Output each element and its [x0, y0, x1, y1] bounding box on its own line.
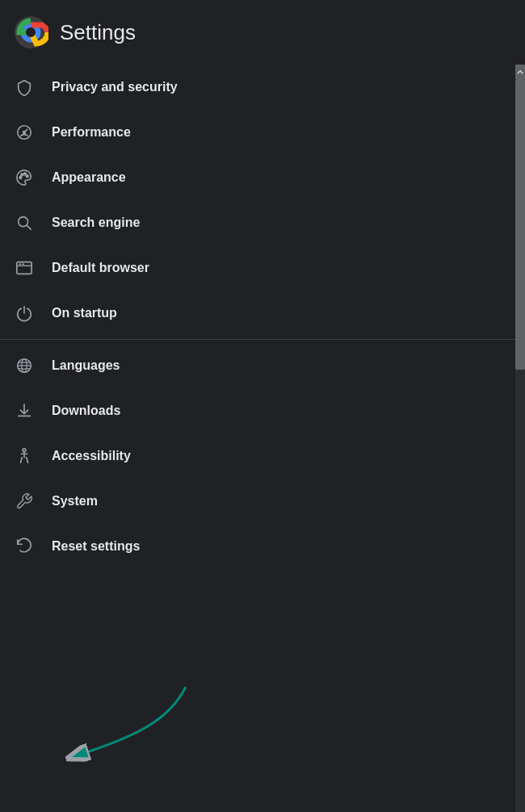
- settings-header: Settings: [0, 0, 525, 65]
- speedometer-icon: [13, 121, 36, 144]
- browser-icon: [13, 257, 36, 279]
- sidebar-item-label: Reset settings: [52, 539, 140, 554]
- sidebar-item-reset-settings[interactable]: Reset settings: [0, 524, 525, 569]
- sidebar-item-search-engine[interactable]: Search engine: [0, 200, 525, 245]
- sidebar-item-label: Accessibility: [52, 449, 131, 463]
- sidebar-item-label: Downloads: [52, 404, 120, 418]
- sidebar-item-label: Privacy and security: [52, 80, 178, 94]
- sidebar-item-languages[interactable]: Languages: [0, 343, 525, 388]
- sidebar-item-label: On startup: [52, 306, 117, 320]
- svg-point-7: [24, 173, 27, 175]
- download-icon: [13, 400, 36, 422]
- settings-page: Settings Privacy and security Pe: [0, 0, 525, 812]
- arrow-annotation: [40, 671, 218, 768]
- sidebar-nav: Privacy and security Performance: [0, 65, 525, 812]
- scrollbar-arrow-up[interactable]: [515, 65, 525, 79]
- sidebar-item-downloads[interactable]: Downloads: [0, 388, 525, 433]
- svg-rect-14: [22, 264, 24, 265]
- svg-rect-13: [19, 264, 22, 265]
- palette-icon: [13, 166, 36, 189]
- chrome-logo-icon: [13, 15, 48, 50]
- sidebar-item-on-startup[interactable]: On startup: [0, 291, 525, 336]
- svg-rect-11: [17, 262, 32, 274]
- sidebar-item-accessibility[interactable]: Accessibility: [0, 433, 525, 479]
- sidebar-item-label: Default browser: [52, 261, 149, 275]
- globe-icon: [13, 354, 36, 377]
- sidebar-item-performance[interactable]: Performance: [0, 110, 525, 155]
- sidebar-item-privacy-security[interactable]: Privacy and security: [0, 65, 525, 110]
- scrollbar-track[interactable]: [515, 65, 525, 812]
- sidebar-item-system[interactable]: System: [0, 479, 525, 524]
- sidebar-item-default-browser[interactable]: Default browser: [0, 245, 525, 291]
- sidebar-item-label: Search engine: [52, 216, 140, 230]
- shield-icon: [13, 76, 36, 98]
- search-icon: [13, 211, 36, 234]
- power-icon: [13, 302, 36, 324]
- svg-point-5: [19, 177, 22, 179]
- scrollbar-thumb[interactable]: [515, 79, 525, 370]
- svg-point-4: [23, 132, 26, 134]
- wrench-icon: [13, 490, 36, 513]
- svg-point-2: [26, 27, 36, 37]
- svg-line-10: [27, 225, 31, 229]
- sidebar-item-label: System: [52, 494, 98, 509]
- sidebar-item-label: Performance: [52, 125, 131, 140]
- svg-point-8: [26, 175, 28, 178]
- svg-point-18: [23, 449, 26, 452]
- sidebar-item-appearance[interactable]: Appearance: [0, 155, 525, 200]
- sidebar-item-label: Languages: [52, 358, 120, 373]
- sidebar-item-label: Appearance: [52, 170, 126, 185]
- page-title: Settings: [60, 20, 136, 45]
- svg-point-6: [21, 174, 23, 176]
- accessibility-icon: [13, 445, 36, 467]
- reset-icon: [13, 535, 36, 558]
- nav-divider: [0, 339, 525, 340]
